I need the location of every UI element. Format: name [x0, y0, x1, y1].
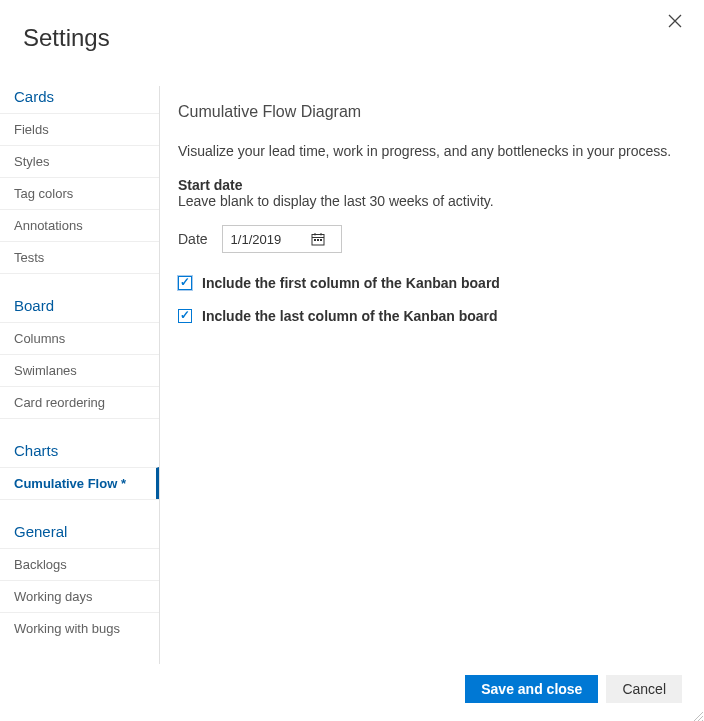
start-date-help: Leave blank to display the last 30 weeks…	[178, 193, 686, 209]
svg-rect-4	[314, 239, 316, 241]
date-label: Date	[178, 231, 208, 247]
close-icon[interactable]	[668, 14, 682, 28]
svg-line-7	[693, 712, 703, 721]
sidebar-item-swimlanes[interactable]: Swimlanes	[0, 354, 159, 386]
sidebar-section-general: General	[0, 521, 159, 548]
cancel-button[interactable]: Cancel	[606, 675, 682, 703]
sidebar-section-board: Board	[0, 295, 159, 322]
sidebar-item-tag-colors[interactable]: Tag colors	[0, 177, 159, 209]
include-first-column-checkbox[interactable]	[178, 276, 192, 290]
sidebar-item-styles[interactable]: Styles	[0, 145, 159, 177]
start-date-label: Start date	[178, 177, 686, 193]
sidebar-item-backlogs[interactable]: Backlogs	[0, 548, 159, 580]
sidebar-item-working-with-bugs[interactable]: Working with bugs	[0, 612, 159, 644]
sidebar-item-fields[interactable]: Fields	[0, 113, 159, 145]
sidebar-item-working-days[interactable]: Working days	[0, 580, 159, 612]
page-title: Settings	[0, 0, 704, 52]
sidebar-item-cumulative-flow[interactable]: Cumulative Flow *	[0, 467, 159, 499]
settings-sidebar: Cards Fields Styles Tag colors Annotatio…	[0, 86, 160, 664]
include-last-column-label: Include the last column of the Kanban bo…	[202, 308, 498, 324]
panel-title: Cumulative Flow Diagram	[178, 103, 686, 121]
include-last-column-checkbox[interactable]	[178, 309, 192, 323]
sidebar-item-card-reordering[interactable]: Card reordering	[0, 386, 159, 418]
date-input-container	[222, 225, 342, 253]
calendar-icon[interactable]	[311, 232, 325, 246]
start-date-input[interactable]	[231, 232, 311, 247]
sidebar-item-tests[interactable]: Tests	[0, 241, 159, 273]
sidebar-section-cards: Cards	[0, 86, 159, 113]
include-first-column-label: Include the first column of the Kanban b…	[202, 275, 500, 291]
resize-handle-icon[interactable]	[691, 708, 703, 720]
svg-rect-5	[317, 239, 319, 241]
sidebar-section-charts: Charts	[0, 440, 159, 467]
svg-rect-6	[320, 239, 322, 241]
panel-description: Visualize your lead time, work in progre…	[178, 143, 686, 159]
settings-panel: Cumulative Flow Diagram Visualize your l…	[160, 86, 704, 664]
save-and-close-button[interactable]: Save and close	[465, 675, 598, 703]
sidebar-item-columns[interactable]: Columns	[0, 322, 159, 354]
footer-buttons: Save and close Cancel	[465, 675, 682, 703]
sidebar-item-annotations[interactable]: Annotations	[0, 209, 159, 241]
